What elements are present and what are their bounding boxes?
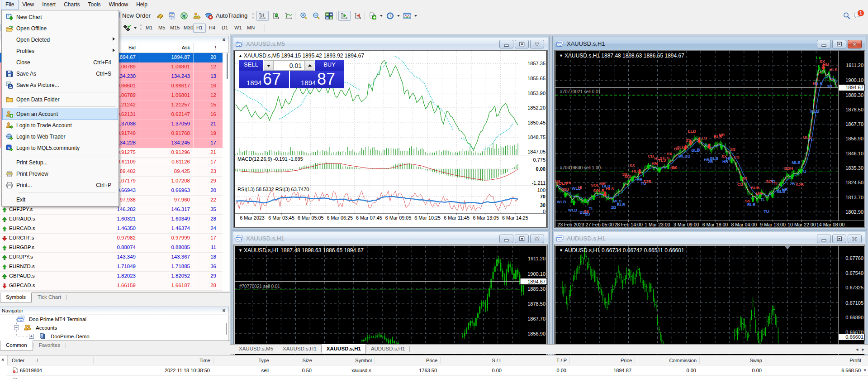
close-order-icon[interactable]: × xyxy=(863,368,866,373)
market-watch-row-eurchfs[interactable]: EURCHF.s0.979820.9799917 xyxy=(0,234,228,243)
market-watch-row-gbpauds[interactable]: GBPAUD.s1.820231.8205229 xyxy=(0,272,228,281)
tile-windows-button[interactable] xyxy=(323,11,335,21)
tab-scroll-left-icon[interactable]: ◂ xyxy=(856,346,859,352)
file-menu-item-login-to-trade-account[interactable]: Login to Trade Account xyxy=(3,120,118,131)
period-m1[interactable]: M1 xyxy=(142,24,156,33)
chart-tab-2[interactable]: XAUUSD.s,H1 xyxy=(322,344,366,354)
new-order-label[interactable]: New Order xyxy=(122,12,151,19)
terminal-close-icon[interactable]: × xyxy=(1,357,6,362)
file-menu-item-open-deleted[interactable]: Open Deleted xyxy=(3,34,118,45)
zoom-out-button[interactable] xyxy=(310,11,323,21)
indicators-button[interactable] xyxy=(367,11,378,21)
chart-tab-3[interactable]: AUDUSD.s,H1 xyxy=(366,345,409,354)
market-watch-row-eurcads[interactable]: EURCAD.s1.463501.4637424 xyxy=(0,224,228,234)
tab-symbols[interactable]: Symbols xyxy=(0,293,32,302)
menu-view[interactable]: View xyxy=(18,0,38,10)
menu-file[interactable]: File xyxy=(1,0,18,10)
tab-tick-chart[interactable]: Tick Chart xyxy=(32,293,66,302)
symbols-button[interactable] xyxy=(122,23,133,33)
market-watch-scroll-thumb[interactable] xyxy=(227,53,228,79)
market-watch-scrollbar[interactable] xyxy=(223,53,229,291)
window-maximize-button[interactable] xyxy=(832,235,846,243)
nav-item-dooprime-demo[interactable]: +DooPrime-Demo xyxy=(0,332,228,341)
market-watch-row-eurgbps[interactable]: EURGBP.s0.880740.8808511 xyxy=(0,243,228,253)
file-menu-item-open-data-folder[interactable]: Open Data Folder xyxy=(3,94,118,105)
bar-chart-button[interactable] xyxy=(256,11,269,21)
file-menu-item-open-an-account[interactable]: Open an Account xyxy=(3,108,118,120)
file-menu-item-new-chart[interactable]: New Chart xyxy=(3,11,118,23)
templates-caret[interactable] xyxy=(414,15,417,17)
file-menu-item-save-as-picture[interactable]: Save As Picture... xyxy=(3,79,118,91)
auto-scroll-button[interactable] xyxy=(338,11,351,21)
navigator-close-icon[interactable]: × xyxy=(221,307,227,314)
chart-area-w2[interactable]: 1911.201900.101889.301878.501867.701856.… xyxy=(555,51,864,227)
period-h1[interactable]: H1 xyxy=(193,24,206,33)
chart-area-w4[interactable]: 0.677600.675400.673250.671050.668900.666… xyxy=(555,245,864,355)
chart-area-w3[interactable]: 1911.201900.101889.301878.501867.701856.… xyxy=(234,245,547,355)
autotrading-button[interactable] xyxy=(204,11,214,21)
market-watch-row-eurnzds[interactable]: EURNZD.s1.718491.7188536 xyxy=(0,262,228,272)
menu-help[interactable]: Help xyxy=(132,0,152,10)
file-menu-item-print-setup[interactable]: Print Setup... xyxy=(3,157,118,168)
file-menu-item-print[interactable]: Print...Ctrl+P xyxy=(3,179,118,191)
buy-button[interactable]: BUY xyxy=(315,60,344,71)
period-d1[interactable]: D1 xyxy=(218,24,231,33)
file-menu-item-login-to-mql5-community[interactable]: SLogin to MQL5.community xyxy=(3,142,118,154)
window-close-button[interactable] xyxy=(848,235,862,243)
period-w1[interactable]: W1 xyxy=(231,24,245,33)
minus-expander-icon[interactable]: − xyxy=(14,325,19,330)
file-menu-item-open-offline[interactable]: Open Offline xyxy=(3,23,118,34)
candlestick-button[interactable] xyxy=(270,11,282,21)
chart-tab-1[interactable]: XAUUSD.s,H1 xyxy=(278,345,321,354)
symbols-caret[interactable] xyxy=(134,27,137,29)
window-maximize-button[interactable] xyxy=(832,40,846,48)
chart-cloud-button[interactable] xyxy=(166,11,177,21)
file-menu-item-close[interactable]: CloseCtrl+F4 xyxy=(3,57,118,68)
terminal-column-swap[interactable]: Swap xyxy=(672,358,762,363)
window-minimize-button[interactable] xyxy=(817,235,831,243)
menu-tools[interactable]: Tools xyxy=(84,0,105,10)
broadcast-button[interactable] xyxy=(179,11,190,21)
chart-tab-0[interactable]: XAUUSD.s,M5 xyxy=(234,345,278,354)
indicators-caret[interactable] xyxy=(380,15,383,17)
column-ask[interactable]: Ask xyxy=(139,45,190,50)
window-close-button[interactable] xyxy=(848,40,862,48)
lot-dropdown-button[interactable] xyxy=(264,60,273,71)
window-minimize-button[interactable] xyxy=(499,235,513,243)
plus-expander-icon[interactable]: + xyxy=(29,334,34,339)
file-menu-item-profiles[interactable]: Profiles xyxy=(3,45,118,57)
tab-scroll-arrows[interactable]: ◂▸ xyxy=(856,346,864,352)
terminal-column-profit[interactable]: Profit xyxy=(771,358,861,363)
market-watch-row-eurauds[interactable]: EURAUD.s1.603211.6034928 xyxy=(0,215,228,224)
sell-price-panel[interactable]: 189467 xyxy=(239,71,289,88)
nav-item-doo-prime-mt4-terminal[interactable]: Doo Prime MT4 Terminal xyxy=(0,315,228,323)
market-watch-row-chfjpys[interactable]: CHFJPY.s146.282146.31735 xyxy=(0,205,228,215)
lot-size-input[interactable]: 0.01 xyxy=(273,60,305,71)
file-menu-item-login-to-web-trader[interactable]: Login to Web Trader xyxy=(3,131,118,142)
periods-caret[interactable] xyxy=(397,15,400,17)
file-menu-item-exit[interactable]: Exit xyxy=(3,194,118,205)
order-row-65019804[interactable]: 650198042022.11.18 10:38:50sell0.50xauus… xyxy=(7,365,868,376)
window-close-button[interactable] xyxy=(530,40,544,48)
chart-area-w1[interactable]: 1857.351855.651853.901852.201850.451848.… xyxy=(234,51,547,227)
user-gear-button[interactable] xyxy=(191,11,202,21)
column-spread[interactable]: ! xyxy=(193,45,216,50)
nav-item-accounts[interactable]: −Accounts xyxy=(0,323,228,332)
tab-common[interactable]: Common xyxy=(0,341,33,350)
tab-favorites[interactable]: Favorites xyxy=(33,341,66,350)
menu-charts[interactable]: Charts xyxy=(60,0,84,10)
file-menu-item-print-preview[interactable]: Print Preview xyxy=(3,168,118,179)
market-watch-row-eurjpys[interactable]: EURJPY.s143.349143.36718 xyxy=(0,253,228,262)
period-mn[interactable]: MN xyxy=(244,24,258,33)
market-watch-close-icon[interactable]: × xyxy=(221,37,227,43)
chart-shift-button[interactable] xyxy=(352,11,364,21)
menu-insert[interactable]: Insert xyxy=(38,0,60,10)
period-h4[interactable]: H4 xyxy=(206,24,218,33)
window-maximize-button[interactable] xyxy=(515,235,529,243)
order-row-70419830[interactable]: 704198302022.11.18 10:38:45sell1.00xauus… xyxy=(7,376,868,379)
templates-button[interactable] xyxy=(402,11,413,21)
autotrading-label[interactable]: AutoTrading xyxy=(216,12,247,19)
window-maximize-button[interactable] xyxy=(515,40,529,48)
tab-scroll-right-icon[interactable]: ▸ xyxy=(862,346,864,352)
sell-button[interactable]: SELL xyxy=(239,60,263,71)
